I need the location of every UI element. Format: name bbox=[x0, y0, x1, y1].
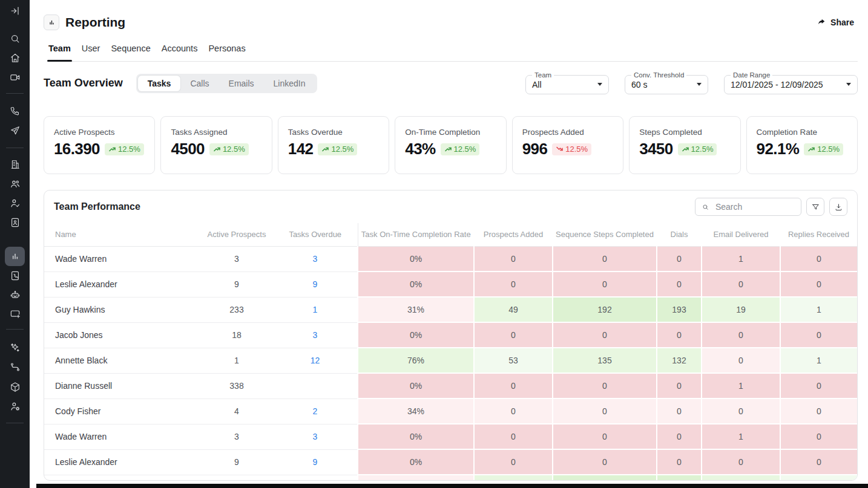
team-performance-card: Team Performance NameActive Pro bbox=[44, 190, 858, 481]
heat-cell: 0 bbox=[657, 399, 702, 424]
kpi-label: Prospects Added bbox=[522, 128, 613, 137]
reporting-chart-icon bbox=[44, 15, 59, 30]
section-title: Team Overview bbox=[44, 77, 123, 89]
tasks-overdue-link[interactable]: 9 bbox=[313, 457, 318, 467]
sidebar-item-send[interactable] bbox=[5, 121, 25, 140]
heat-cell: 0 bbox=[702, 348, 780, 373]
filter-conv-threshold[interactable]: Conv. Threshold 60 s bbox=[625, 72, 708, 94]
sidebar-item-call-log[interactable] bbox=[5, 266, 25, 285]
sidebar-item-canvas-ai[interactable] bbox=[5, 304, 25, 324]
call-log-book-icon bbox=[9, 270, 21, 282]
col-task-on-time-completion-rate[interactable]: Task On-Time Completion Rate bbox=[358, 223, 474, 246]
col-tasks-overdue[interactable]: Tasks Overdue bbox=[273, 223, 358, 246]
col-name[interactable]: Name bbox=[44, 223, 200, 246]
trend-up-icon bbox=[444, 145, 452, 153]
sidebar-item-search[interactable] bbox=[5, 29, 25, 48]
tasks-overdue-link[interactable]: 12 bbox=[311, 356, 320, 365]
channel-tab-tasks[interactable]: Tasks bbox=[138, 76, 181, 91]
tasks-overdue-link[interactable]: 1 bbox=[313, 305, 318, 314]
download-button[interactable] bbox=[829, 198, 847, 216]
heat-cell: 192 bbox=[553, 297, 657, 322]
sidebar-item-collapse-panel[interactable] bbox=[5, 1, 25, 21]
heat-cell: 0 bbox=[657, 449, 702, 475]
tasks-overdue-link[interactable]: 3 bbox=[313, 432, 318, 441]
table-row: Wade Warren 3 3 0%00010 bbox=[44, 424, 857, 449]
cell-active-prospects: 338 bbox=[200, 373, 273, 399]
cell-name: Dianne Russell bbox=[44, 373, 200, 399]
table-row: Leslie Alexander 9 9 0%00000 bbox=[44, 449, 857, 475]
heat-cell: 1 bbox=[702, 373, 780, 399]
heat-cell: 1 bbox=[780, 297, 857, 322]
tab-user[interactable]: User bbox=[82, 44, 100, 61]
filter-button[interactable] bbox=[806, 198, 824, 216]
trend-down-icon bbox=[556, 145, 564, 153]
trend-up-icon bbox=[807, 145, 815, 153]
building-icon bbox=[9, 158, 21, 171]
sidebar-item-home[interactable] bbox=[5, 48, 25, 68]
heat-cell: 0% bbox=[358, 272, 474, 297]
heat-cell: 0 bbox=[657, 424, 702, 449]
sidebar-item-phone[interactable] bbox=[5, 102, 25, 121]
table-search[interactable] bbox=[695, 198, 801, 216]
route-icon bbox=[9, 361, 21, 373]
kpi-delta-badge: 12.5% bbox=[105, 143, 144, 155]
sidebar-item-bot[interactable] bbox=[5, 285, 25, 305]
users-icon bbox=[9, 178, 21, 190]
tasks-overdue-link[interactable]: 2 bbox=[313, 406, 318, 416]
filters: Team All Conv. Threshold 60 s Date Range… bbox=[525, 72, 858, 94]
sidebar-divider bbox=[6, 93, 24, 94]
heat-cell: 0 bbox=[780, 424, 857, 449]
sidebar-item-reports[interactable] bbox=[5, 247, 25, 266]
table-row: Guy Hawkins 233 1 31%49192193191 bbox=[44, 297, 857, 322]
tab-accounts[interactable]: Accounts bbox=[162, 44, 198, 61]
cell-tasks-overdue: 3 bbox=[273, 246, 358, 272]
sidebar-item-journeys[interactable] bbox=[5, 357, 25, 377]
heat-cell: 0 bbox=[702, 272, 780, 297]
tasks-overdue-link[interactable]: 3 bbox=[313, 330, 318, 340]
share-button[interactable]: Share bbox=[813, 17, 858, 28]
heat-cell: 0 bbox=[657, 373, 702, 399]
heat-cell: 76% bbox=[358, 348, 474, 373]
heat-cell: 0 bbox=[474, 272, 553, 297]
cell-active-prospects: 3 bbox=[200, 424, 273, 449]
tasks-overdue-link[interactable]: 9 bbox=[313, 279, 318, 289]
heat-cell: 1 bbox=[780, 475, 857, 481]
tab-sequence[interactable]: Sequence bbox=[111, 44, 150, 61]
sidebar-item-video[interactable] bbox=[5, 68, 25, 87]
tab-team[interactable]: Team bbox=[48, 44, 71, 61]
tasks-overdue-link[interactable]: 3 bbox=[313, 254, 318, 264]
col-active-prospects[interactable]: Active Prospects bbox=[200, 223, 273, 246]
sidebar-item-integrations[interactable] bbox=[5, 377, 25, 397]
col-replies-received[interactable]: Replies Received bbox=[780, 223, 857, 246]
heat-cell: 193 bbox=[657, 475, 702, 481]
table-row: Wade Warren 3 3 0%00010 bbox=[44, 246, 857, 272]
heat-cell: 193 bbox=[657, 297, 702, 322]
col-dials[interactable]: Dials bbox=[657, 223, 702, 246]
heat-cell: 0 bbox=[474, 449, 553, 475]
filter-team[interactable]: Team All bbox=[525, 72, 609, 94]
channel-tab-linkedin[interactable]: LinkedIn bbox=[264, 76, 315, 91]
filter-value: 12/01/2025 - 12/09/2025 bbox=[731, 80, 823, 89]
kpi-card-prospects-added: Prospects Added 996 12.5% bbox=[512, 116, 623, 174]
sidebar-item-contacts[interactable] bbox=[5, 213, 25, 232]
col-prospects-added[interactable]: Prospects Added bbox=[474, 223, 553, 246]
heat-cell: 0 bbox=[553, 399, 657, 424]
search-icon bbox=[702, 203, 709, 212]
search-input[interactable] bbox=[714, 201, 795, 212]
sidebar-item-user-check[interactable] bbox=[5, 194, 25, 213]
sidebar-item-company[interactable] bbox=[5, 155, 25, 174]
col-sequence-steps-completed[interactable]: Sequence Steps Completed bbox=[553, 223, 657, 246]
trend-up-icon bbox=[108, 145, 116, 153]
sidebar-item-user-settings[interactable] bbox=[5, 397, 25, 416]
col-email-delivered[interactable]: Email Delivered bbox=[702, 223, 780, 246]
cell-active-prospects: 233 bbox=[200, 475, 273, 481]
report-tabs: TeamUserSequenceAccountsPersonas bbox=[48, 44, 858, 62]
channel-tab-calls[interactable]: Calls bbox=[180, 76, 219, 91]
tab-personas[interactable]: Personas bbox=[208, 44, 245, 61]
channel-tab-emails[interactable]: Emails bbox=[219, 76, 264, 91]
cell-active-prospects: 4 bbox=[200, 399, 273, 424]
sidebar-item-team[interactable] bbox=[5, 174, 25, 194]
cell-active-prospects: 233 bbox=[200, 297, 273, 322]
filter-date-range[interactable]: Date Range 12/01/2025 - 12/09/2025 bbox=[724, 72, 858, 94]
sidebar-item-ai-sparkles[interactable] bbox=[5, 338, 25, 357]
